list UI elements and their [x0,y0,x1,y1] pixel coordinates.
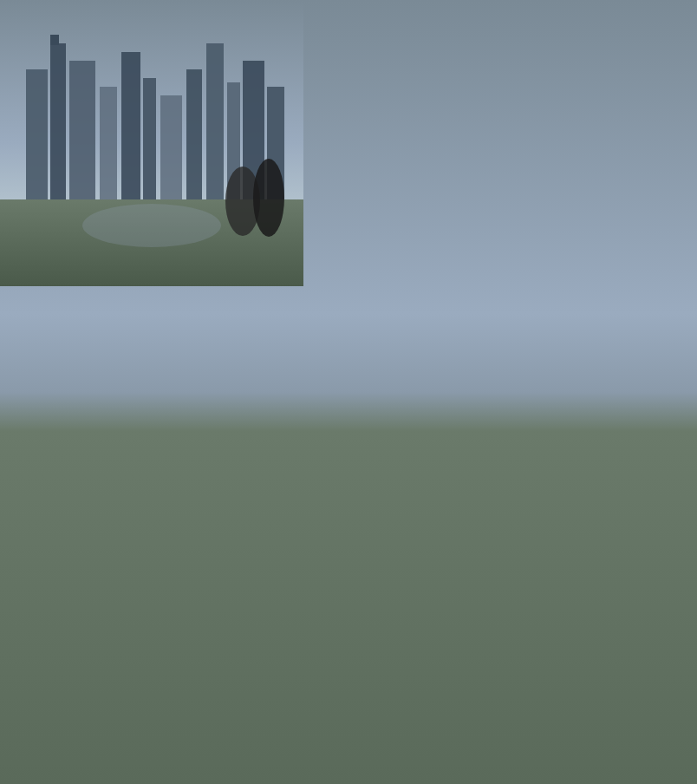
right-column: ↗ Share / Embed ♡ Wishlist supported by … [380,14,683,760]
album-image [380,14,683,300]
city-image [380,14,683,300]
